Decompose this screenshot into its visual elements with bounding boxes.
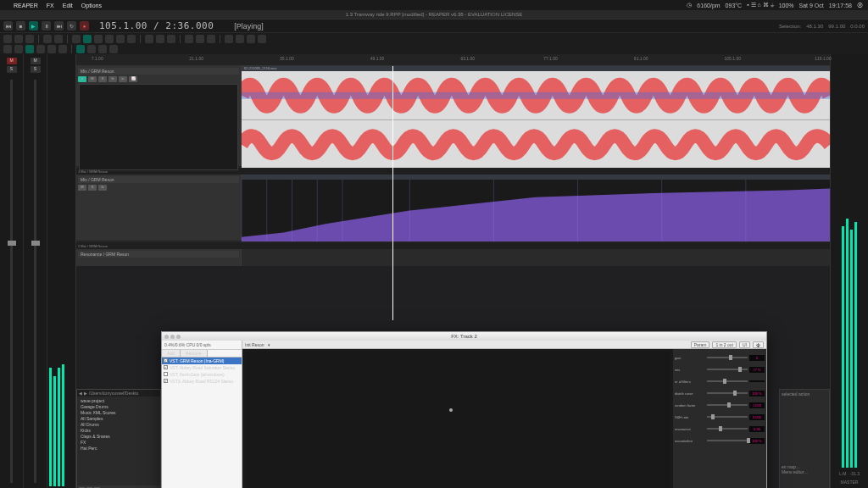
media-item-lane-3[interactable] (242, 249, 830, 265)
media-item-lane-2[interactable] (242, 175, 830, 241)
app-menu[interactable]: REAPER (14, 3, 38, 8)
tool-save[interactable] (25, 35, 34, 43)
ruler-marker[interactable]: 21.1.00 (189, 56, 203, 61)
sel-len[interactable]: 0.0.00 (850, 24, 865, 29)
track-name[interactable]: Mix / GRM Reson (78, 68, 239, 75)
me-list-item[interactable]: All Samples (79, 416, 159, 422)
me-back-icon[interactable]: ◀ (79, 391, 82, 396)
me-list-item[interactable]: Garage Drums (79, 404, 159, 410)
fx-param-slider[interactable] (707, 392, 748, 394)
solo-button[interactable]: S (7, 66, 17, 73)
fx-preset-name[interactable]: Init Reson (245, 342, 264, 347)
fx-reson-display[interactable] (245, 352, 670, 488)
fx-item-checkbox[interactable]: ✓ (164, 379, 168, 383)
track-name[interactable]: Resonance / GRM Reson (78, 251, 239, 258)
track-routing-icon[interactable]: io (119, 76, 127, 82)
track-mute[interactable]: M (88, 76, 97, 82)
fx-param-value[interactable]: 100 % (749, 391, 765, 396)
tool-razor[interactable] (236, 35, 244, 43)
fx-preset-dropdown-icon[interactable]: ▾ (268, 342, 270, 347)
tool-relative-snap[interactable] (207, 35, 215, 43)
fx-tab-remove[interactable]: Remove (181, 350, 208, 357)
ruler-marker[interactable]: 91.1.00 (634, 56, 648, 61)
tool2-f[interactable] (76, 45, 85, 53)
tool2-e[interactable] (47, 45, 56, 53)
me-list-item[interactable]: wave project (79, 398, 159, 404)
fx-reson-node[interactable] (449, 408, 453, 412)
tool2-i[interactable] (109, 45, 118, 53)
fx-param-value[interactable]: 0 (749, 355, 765, 361)
fx-param-value[interactable]: 77 % (749, 367, 765, 373)
menu-edit[interactable]: Edit (63, 3, 73, 8)
track-solo[interactable]: S (98, 76, 107, 82)
fx-param-value[interactable]: 1.000 (749, 402, 765, 408)
zoom-icon[interactable] (176, 335, 181, 339)
spotlight-icon[interactable]: ⦿ (857, 3, 863, 8)
track-area[interactable]: Mix / GRM Reson ● M S fx io 📈 (76, 66, 830, 320)
tool-grid[interactable] (94, 35, 103, 43)
tool-open[interactable] (14, 35, 23, 43)
menu-options[interactable]: Options (81, 3, 102, 8)
tool2-g[interactable] (87, 45, 96, 53)
transport-record[interactable]: ● (80, 21, 89, 30)
me-list-item[interactable]: Claps & Snares (79, 434, 159, 440)
tool-locking[interactable] (167, 35, 175, 43)
tcp-track-1[interactable]: Mix / GRM Reson ● M S fx io 📈 (76, 66, 242, 166)
transport-play[interactable]: ▶ (29, 21, 38, 30)
fx-param-slider[interactable] (707, 416, 748, 418)
me-list-item[interactable]: Hat Perc (79, 446, 159, 452)
fx-chain-window[interactable]: FX: Track 2 0.4%/0.6% CPU 0/0 spls Add R… (161, 331, 767, 488)
fx-bypass-icon[interactable]: ⏻ (753, 341, 764, 348)
mixer-channel-2[interactable]: M S (24, 54, 47, 488)
fx-param-slider[interactable] (707, 369, 748, 370)
tool-undo[interactable] (43, 35, 52, 43)
fx-param-button[interactable]: Param (691, 341, 710, 348)
tool-item-edit[interactable] (225, 35, 233, 43)
ruler-marker[interactable]: 105.1.00 (725, 56, 741, 61)
ruler-marker[interactable]: 49.1.00 (370, 56, 385, 61)
me-path[interactable]: /Users/donyoussef/Deskto (89, 391, 138, 396)
track-fx-icon[interactable]: fx (98, 185, 107, 191)
me-list-item[interactable]: All Drums (79, 422, 159, 428)
tool-marquee[interactable] (247, 35, 255, 43)
channel-fader[interactable] (10, 80, 13, 483)
transport-loop[interactable]: ↻ (67, 21, 76, 30)
fx-item-checkbox[interactable]: ✓ (164, 365, 168, 369)
tool-envelope[interactable] (185, 35, 193, 43)
tool2-h[interactable] (98, 45, 107, 53)
ruler-marker[interactable]: 63.1.00 (460, 56, 475, 61)
menu-fx[interactable]: FX (47, 3, 54, 8)
me-list-item[interactable]: FX (79, 440, 159, 446)
tool-ripple[interactable] (105, 35, 114, 43)
tool-redo[interactable] (54, 35, 63, 43)
fx-item-checkbox[interactable]: ✓ (164, 358, 168, 363)
tool-scroll[interactable] (258, 35, 266, 43)
timeline-ruler[interactable]: 7.1.0021.1.0035.1.0049.1.0063.1.0077.1.0… (76, 54, 830, 66)
track-env-icon[interactable]: 📈 (129, 76, 137, 82)
channel-fader[interactable] (34, 80, 36, 483)
playhead[interactable] (392, 66, 393, 320)
fx-tab-add[interactable]: Add (162, 350, 181, 357)
tool-metronome[interactable] (72, 35, 81, 43)
tool-snap[interactable] (83, 35, 92, 43)
mixer-channel-1[interactable]: M S (0, 54, 24, 488)
track-mute[interactable]: M (78, 185, 86, 191)
mute-button[interactable]: M (7, 58, 17, 64)
action-list-panel[interactable]: selected action en map… Menu editor… (779, 389, 830, 488)
fx-item-checkbox[interactable] (164, 372, 168, 376)
tool-move-envelope[interactable] (116, 35, 125, 43)
fx-param-slider[interactable] (707, 380, 748, 382)
fx-ui-button[interactable]: UI (739, 341, 750, 348)
fx-param-slider[interactable] (707, 428, 748, 430)
fx-chain-item[interactable]: ✓VST: Abbey Road Saturator Stereo (162, 364, 242, 371)
transport-forward-end[interactable]: ⏭ (54, 21, 64, 30)
me-list[interactable]: wave projectGarage DrumsMusic XML Scores… (77, 396, 160, 453)
tool-new[interactable] (3, 35, 12, 43)
fx-chain-item[interactable]: VST: FerricGain (airwindows) (162, 371, 242, 378)
media-item-lane-1[interactable]: 02-211005_2116.wav (242, 66, 830, 167)
track-record-arm[interactable]: ● (78, 76, 86, 82)
tcp-track-3[interactable]: Resonance / GRM Reson (76, 249, 242, 266)
fx-chain-item[interactable]: ✓VST3: Abbey Road RS124 Stereo : (162, 378, 242, 385)
ruler-marker[interactable]: 7.1.00 (92, 56, 103, 61)
ruler-marker[interactable]: 35.1.00 (280, 56, 294, 61)
